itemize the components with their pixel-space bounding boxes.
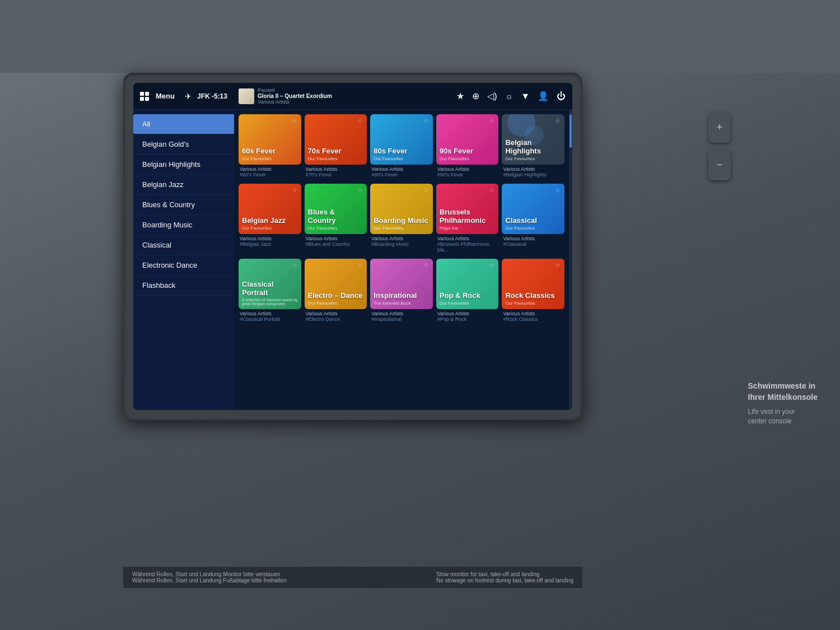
seat-back: Menu ✈ JFK -5:13 Paused Gloria II – Quar… (0, 0, 840, 630)
star-icon-pr[interactable]: ☆ (489, 262, 494, 269)
playlist-card-belgian-jazz[interactable]: ☆ Belgian Jazz Our Favourites Various Ar… (239, 184, 301, 254)
favorites-icon[interactable]: ★ (456, 91, 464, 101)
scroll-indicator[interactable] (569, 110, 572, 410)
grid-row-3: ☆ Classical Portrait A selection of clas… (239, 259, 564, 324)
star-icon-60s[interactable]: ☆ (292, 117, 297, 124)
scroll-thumb (570, 114, 572, 148)
language-icon[interactable]: ⊕ (472, 91, 479, 101)
volume-icon[interactable]: ◁) (487, 91, 497, 101)
playlist-card-classical-portrait[interactable]: ☆ Classical Portrait A selection of clas… (239, 259, 301, 324)
card-sub-90s: Our Favourites (440, 156, 473, 161)
volume-down-icon: − (717, 159, 723, 171)
card-info-pop-rock: Various Artists #Pop & Rock (436, 309, 499, 324)
top-bar: Menu ✈ JFK -5:13 Paused Gloria II – Quar… (133, 83, 572, 110)
sidebar-item-electronic-dance[interactable]: Electronic Dance (133, 255, 234, 276)
playlist-card-pop-rock[interactable]: ☆ Pop & Rock Our Favourites Various Arti… (436, 259, 499, 324)
card-sub-electro-dance: Our Favourites (308, 301, 363, 306)
star-icon-90s[interactable]: ☆ (489, 117, 494, 124)
grid-row-2: ☆ Belgian Jazz Our Favourites Various Ar… (239, 184, 564, 254)
sidebar-item-classical[interactable]: Classical (133, 235, 234, 255)
star-icon-80s[interactable]: ☆ (423, 117, 429, 124)
card-title-classical: Classical (505, 216, 536, 225)
star-icon-bj[interactable]: ☆ (292, 186, 297, 194)
playlist-card-60s-fever[interactable]: ☆ 60s Fever Our Favourites Various Artis… (239, 114, 301, 179)
card-info-90s: Various Artists #90's Fever (436, 165, 499, 179)
card-sub-70s: Our Favourites (308, 156, 342, 161)
star-icon-classical[interactable]: ☆ (555, 186, 561, 194)
sidebar-item-all[interactable]: All (133, 114, 234, 134)
star-icon-bm[interactable]: ☆ (423, 186, 429, 194)
card-info-inspirational: Various Artists #Inspirational (370, 309, 433, 324)
flight-icon: ✈ (185, 92, 192, 101)
card-sub-blues-country: Our Favourites (308, 226, 364, 231)
card-sub-brussels-philharmonic: Plays live (440, 226, 496, 231)
bottom-right-text: Stow monitor for taxi, take-off and land… (436, 571, 573, 584)
card-sub-belgian-jazz: Our Favourites (242, 226, 286, 231)
card-info-boarding-music: Various Artists #Boarding Music (370, 234, 433, 249)
power-icon[interactable]: ⏻ (557, 91, 566, 101)
card-info-60s: Various Artists #60's Fever (239, 165, 301, 179)
playlist-card-90s-fever[interactable]: ☆ 90s Fever Our Favourites Various Artis… (436, 114, 499, 179)
flight-info: JFK -5:13 (197, 92, 227, 100)
playlist-card-brussels-philharmonic[interactable]: ☆ Brussels Philharmonic Plays live Vario… (436, 184, 499, 254)
brightness-icon[interactable]: ☼ (505, 91, 513, 101)
card-sub-60s: Our Favourites (242, 156, 276, 161)
card-title-brussels-philharmonic: Brussels Philharmonic (440, 208, 496, 225)
card-title-blues-country: Blues & Country (308, 208, 364, 225)
sidebar-item-blues-country[interactable]: Blues & Country (133, 195, 234, 215)
card-sub-80s: Our Favourites (374, 156, 407, 161)
playlist-card-electro-dance[interactable]: ☆ Electro – Dance Our Favourites Various… (305, 259, 367, 324)
screen: Menu ✈ JFK -5:13 Paused Gloria II – Quar… (133, 83, 572, 410)
star-icon-70s[interactable]: ☆ (357, 117, 363, 124)
card-sub-inspirational: The Emerald Book (374, 301, 417, 306)
star-icon-cp[interactable]: ☆ (292, 262, 297, 269)
card-info-70s: Various Artists #70's Fever (305, 165, 367, 179)
playlist-card-rock-classics[interactable]: ☆ Rock Classics Our Favourites Various A… (502, 259, 564, 324)
playlist-card-boarding-music[interactable]: ☆ Boarding Music Our Favourites Various … (370, 184, 433, 254)
volume-down-button[interactable]: − (708, 150, 731, 180)
menu-grid-icon (140, 92, 149, 101)
person-icon[interactable]: 👤 (538, 91, 549, 101)
card-info-brussels-philharmonic: Various Artists #Brussels Philharmonic p… (436, 234, 499, 254)
bottom-instruction-bar: Während Rollen, Start und Landung Monito… (123, 567, 582, 588)
volume-up-button[interactable]: + (708, 112, 731, 143)
playlist-card-belgian-highlights[interactable]: ☆ Belgian Highlights Our Favourites (502, 114, 564, 179)
playlist-card-classical[interactable]: ☆ Classical Our Favourites Various Artis… (502, 184, 564, 254)
star-icon-bh[interactable]: ☆ (555, 117, 561, 124)
star-icon-bc[interactable]: ☆ (357, 186, 363, 194)
card-sub-classical: Our Favourites (505, 226, 536, 231)
paused-label: Paused (258, 87, 332, 93)
card-sub-pop-rock: Our Favourites (440, 301, 480, 306)
card-title-classical-portrait: Classical Portrait (242, 280, 298, 297)
playlist-card-80s-fever[interactable]: ☆ 80s Fever Our Favourites Various Artis… (370, 114, 433, 179)
main-grid-area: ☆ 60s Fever Our Favourites Various Artis… (234, 110, 569, 410)
playlist-card-blues-country[interactable]: ☆ Blues & Country Our Favourites Various… (305, 184, 367, 254)
top-bar-icons: ★ ⊕ ◁) ☼ ▼ 👤 ⏻ (456, 91, 566, 101)
playlist-card-inspirational[interactable]: ☆ Inspirational The Emerald Book Various… (370, 259, 433, 324)
volume-up-icon: + (717, 122, 723, 133)
right-label-english: Life vest in your center console (748, 407, 818, 426)
star-icon-rc[interactable]: ☆ (555, 262, 561, 269)
card-info-80s: Various Artists #80's Fever (370, 165, 433, 179)
content-area: All Belgian Gold's Belgian Highlights Be… (133, 110, 572, 410)
grid-row-1: ☆ 60s Fever Our Favourites Various Artis… (239, 114, 564, 179)
sidebar-item-flashback[interactable]: Flashback (133, 276, 234, 296)
card-title-inspirational: Inspirational (374, 291, 417, 300)
temperature-icon[interactable]: ▼ (521, 91, 530, 101)
card-info-classical-portrait: Various Artists #Classical Portrait (239, 309, 301, 324)
now-playing-text: Paused Gloria II – Quartet Exordium Vari… (258, 87, 332, 105)
card-sub-belgian-highlights: Our Favourites (505, 156, 561, 161)
sidebar-item-belgian-highlights[interactable]: Belgian Highlights (133, 155, 234, 175)
track-artist: Various Artists (258, 99, 332, 105)
sidebar-item-belgian-golds[interactable]: Belgian Gold's (133, 134, 234, 155)
bottom-left-text: Während Rollen, Start und Landung Monito… (132, 571, 287, 584)
star-icon-ed[interactable]: ☆ (357, 262, 363, 269)
menu-label[interactable]: Menu (156, 92, 175, 100)
star-icon-insp[interactable]: ☆ (423, 262, 429, 269)
sidebar-item-belgian-jazz[interactable]: Belgian Jazz (133, 175, 234, 195)
sidebar-item-boarding-music[interactable]: Boarding Music (133, 215, 234, 235)
star-icon-bp[interactable]: ☆ (489, 186, 494, 194)
card-title-60s: 60s Fever (242, 147, 276, 156)
sidebar: All Belgian Gold's Belgian Highlights Be… (133, 110, 234, 410)
playlist-card-70s-fever[interactable]: ☆ 70s Fever Our Favourites Various Artis… (305, 114, 367, 179)
